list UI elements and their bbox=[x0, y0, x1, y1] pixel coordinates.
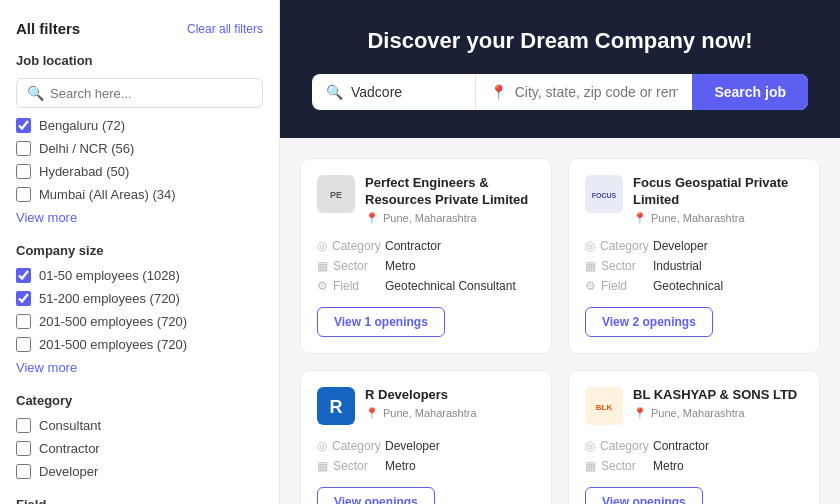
cat-label-0: Consultant bbox=[39, 418, 101, 433]
cat-option-2[interactable]: Developer bbox=[16, 464, 263, 479]
location-search-input[interactable] bbox=[50, 86, 252, 101]
size-checkbox-0[interactable] bbox=[16, 268, 31, 283]
cat-option-0[interactable]: Consultant bbox=[16, 418, 263, 433]
detail-category: ◎Category Developer bbox=[317, 439, 535, 453]
cat-checkbox-1[interactable] bbox=[16, 441, 31, 456]
sector-label: ▦Sector bbox=[317, 459, 377, 473]
size-option-2[interactable]: 201-500 employees (720) bbox=[16, 314, 263, 329]
cat-checkbox-2[interactable] bbox=[16, 464, 31, 479]
location-label-0: Bengaluru (72) bbox=[39, 118, 125, 133]
field-value: Geotechnical bbox=[653, 279, 723, 293]
svg-text:PE: PE bbox=[330, 190, 342, 200]
company-location: 📍 Pune, Maharashtra bbox=[365, 407, 477, 420]
company-size-label: Company size bbox=[16, 243, 263, 258]
location-text: Pune, Maharashtra bbox=[651, 407, 745, 419]
cat-option-1[interactable]: Contractor bbox=[16, 441, 263, 456]
location-view-more[interactable]: View more bbox=[16, 210, 77, 225]
company-logo: PE bbox=[317, 175, 355, 213]
location-wrap: 📍 bbox=[476, 74, 693, 110]
search-bar: 🔍 📍 Search job bbox=[312, 74, 808, 110]
sector-value: Metro bbox=[653, 459, 684, 473]
view-openings-button[interactable]: View 2 openings bbox=[585, 307, 713, 337]
location-search-input[interactable] bbox=[515, 84, 679, 100]
company-info: Focus Geospatial Private Limited 📍 Pune,… bbox=[633, 175, 803, 225]
view-openings-button[interactable]: View 1 openings bbox=[317, 307, 445, 337]
location-option-2[interactable]: Hyderabad (50) bbox=[16, 164, 263, 179]
location-option-0[interactable]: Bengaluru (72) bbox=[16, 118, 263, 133]
field-filter-label: Field bbox=[16, 497, 263, 504]
category-icon: ◎ bbox=[317, 239, 327, 253]
location-checkbox-1[interactable] bbox=[16, 141, 31, 156]
company-name: R Developers bbox=[365, 387, 477, 404]
view-openings-button[interactable]: View openings bbox=[585, 487, 703, 504]
svg-text:BLK: BLK bbox=[596, 403, 613, 412]
card-header: FOCUS Focus Geospatial Private Limited 📍… bbox=[585, 175, 803, 225]
detail-sector: ▦Sector Metro bbox=[585, 459, 803, 473]
location-icon: 📍 bbox=[490, 84, 507, 100]
cat-checkbox-0[interactable] bbox=[16, 418, 31, 433]
sidebar: All filters Clear all filters Job locati… bbox=[0, 0, 280, 504]
svg-text:FOCUS: FOCUS bbox=[592, 192, 617, 199]
company-search-input[interactable] bbox=[351, 84, 461, 100]
location-search-box[interactable]: 🔍 bbox=[16, 78, 263, 108]
cat-label-2: Developer bbox=[39, 464, 98, 479]
cat-label-1: Contractor bbox=[39, 441, 100, 456]
location-label-1: Delhi / NCR (56) bbox=[39, 141, 134, 156]
sector-icon: ▦ bbox=[317, 459, 328, 473]
detail-sector: ▦Sector Metro bbox=[317, 259, 535, 273]
sector-value: Industrial bbox=[653, 259, 702, 273]
size-checkbox-2[interactable] bbox=[16, 314, 31, 329]
sector-icon: ▦ bbox=[585, 459, 596, 473]
size-checkbox-1[interactable] bbox=[16, 291, 31, 306]
card-header: PE Perfect Engineers & Resources Private… bbox=[317, 175, 535, 225]
location-checkbox-0[interactable] bbox=[16, 118, 31, 133]
job-location-filter: Job location 🔍 Bengaluru (72) Delhi / NC… bbox=[16, 53, 263, 225]
search-icon: 🔍 bbox=[27, 85, 44, 101]
company-size-filter: Company size 01-50 employees (1028) 51-2… bbox=[16, 243, 263, 375]
category-icon: ◎ bbox=[317, 439, 327, 453]
company-info: R Developers 📍 Pune, Maharashtra bbox=[365, 387, 477, 420]
company-logo: R bbox=[317, 387, 355, 425]
location-label-3: Mumbai (All Areas) (34) bbox=[39, 187, 176, 202]
category-label: ◎Category bbox=[317, 439, 377, 453]
size-option-1[interactable]: 51-200 employees (720) bbox=[16, 291, 263, 306]
category-value: Contractor bbox=[653, 439, 709, 453]
card-header: BLK BL KASHYAP & SONS LTD 📍 Pune, Mahara… bbox=[585, 387, 803, 425]
category-label: ◎Category bbox=[317, 239, 377, 253]
company-logo: BLK bbox=[585, 387, 623, 425]
company-name: Focus Geospatial Private Limited bbox=[633, 175, 803, 209]
category-label: ◎Category bbox=[585, 439, 645, 453]
hero-banner: Discover your Dream Company now! 🔍 📍 Sea… bbox=[280, 0, 840, 138]
location-option-3[interactable]: Mumbai (All Areas) (34) bbox=[16, 187, 263, 202]
card-header: R R Developers 📍 Pune, Maharashtra bbox=[317, 387, 535, 425]
detail-field: ⚙Field Geotechnical bbox=[585, 279, 803, 293]
clear-all-button[interactable]: Clear all filters bbox=[187, 22, 263, 36]
size-option-3[interactable]: 201-500 employees (720) bbox=[16, 337, 263, 352]
size-option-0[interactable]: 01-50 employees (1028) bbox=[16, 268, 263, 283]
field-label: ⚙Field bbox=[585, 279, 645, 293]
size-label-3: 201-500 employees (720) bbox=[39, 337, 187, 352]
size-view-more[interactable]: View more bbox=[16, 360, 77, 375]
job-location-label: Job location bbox=[16, 53, 263, 68]
view-openings-button[interactable]: View openings bbox=[317, 487, 435, 504]
sector-label: ▦Sector bbox=[585, 459, 645, 473]
category-value: Contractor bbox=[385, 239, 441, 253]
sector-icon: ▦ bbox=[585, 259, 596, 273]
company-name: Perfect Engineers & Resources Private Li… bbox=[365, 175, 535, 209]
search-job-button[interactable]: Search job bbox=[692, 74, 808, 110]
main-content: Discover your Dream Company now! 🔍 📍 Sea… bbox=[280, 0, 840, 504]
category-filter-label: Category bbox=[16, 393, 263, 408]
location-option-1[interactable]: Delhi / NCR (56) bbox=[16, 141, 263, 156]
detail-category: ◎Category Developer bbox=[585, 239, 803, 253]
location-text: Pune, Maharashtra bbox=[651, 212, 745, 224]
company-location: 📍 Pune, Maharashtra bbox=[633, 212, 803, 225]
location-label-2: Hyderabad (50) bbox=[39, 164, 129, 179]
category-filter: Category Consultant Contractor Developer bbox=[16, 393, 263, 479]
card-details: ◎Category Contractor ▦Sector Metro ⚙Fiel… bbox=[317, 239, 535, 293]
location-checkbox-3[interactable] bbox=[16, 187, 31, 202]
location-checkbox-2[interactable] bbox=[16, 164, 31, 179]
pin-icon: 📍 bbox=[633, 212, 647, 225]
companies-grid: PE Perfect Engineers & Resources Private… bbox=[280, 138, 840, 504]
size-checkbox-3[interactable] bbox=[16, 337, 31, 352]
size-label-1: 51-200 employees (720) bbox=[39, 291, 180, 306]
